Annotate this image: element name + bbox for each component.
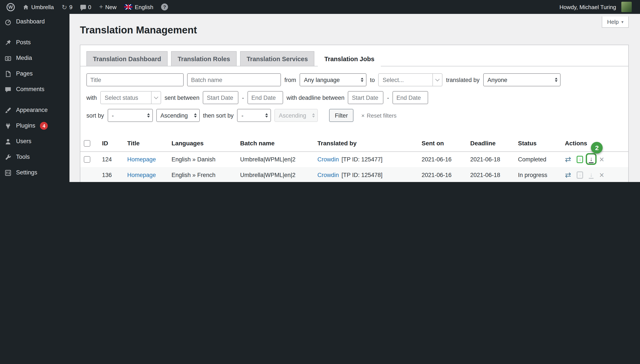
cancel-job-icon[interactable]: ×: [599, 155, 604, 164]
help-button[interactable]: Help ▾: [602, 16, 629, 28]
column-header-sent-on: Sent on: [418, 135, 467, 152]
page-title: Translation Management: [80, 24, 640, 36]
wpml-help-link[interactable]: ?: [157, 0, 172, 14]
updates-count: 9: [69, 4, 72, 10]
job-title-link[interactable]: Homepage: [127, 156, 156, 163]
sort-by-label: sort by: [86, 112, 104, 119]
filter-button[interactable]: Filter: [329, 109, 354, 122]
wordpress-logo-icon: W: [7, 3, 15, 11]
table-header-row: IDTitleLanguagesBatch nameTranslated byS…: [80, 135, 628, 152]
new-content-link[interactable]: + New: [95, 0, 121, 14]
sidebar-item-settings[interactable]: Settings: [0, 165, 70, 180]
sidebar-item-users[interactable]: Users: [0, 134, 70, 149]
question-mark-icon: ?: [161, 4, 168, 10]
sidebar-item-label: Pages: [16, 70, 33, 78]
view-translation-icon[interactable]: ↓: [577, 171, 583, 178]
wordpress-menu[interactable]: W: [3, 0, 19, 14]
row-checkbox[interactable]: [84, 156, 90, 163]
filter-row-3: sort by - Ascending then sort by -: [86, 109, 622, 122]
cancel-job-icon[interactable]: ×: [599, 171, 604, 179]
home-icon: [23, 4, 29, 10]
tools-icon: [4, 153, 12, 162]
select-arrows-icon: [555, 78, 557, 82]
sidebar-item-label: Comments: [16, 86, 45, 93]
deadline-end-date-input[interactable]: [393, 91, 428, 104]
then-sort-by-label: then sort by: [203, 112, 234, 119]
close-icon: ×: [361, 112, 365, 119]
site-name-link[interactable]: Umbrella: [19, 0, 58, 14]
sort-order-select[interactable]: Ascending: [156, 109, 199, 122]
to-language-select[interactable]: Select...: [378, 73, 443, 86]
sidebar-item-plugins[interactable]: Plugins4: [0, 118, 70, 134]
from-language-select[interactable]: Any language: [299, 73, 367, 86]
job-title-link[interactable]: Homepage: [127, 172, 156, 178]
pages-icon: [4, 70, 12, 78]
appearance-icon: [4, 106, 12, 114]
download-xliff-icon[interactable]: ↓: [589, 156, 594, 163]
tab-translation-jobs[interactable]: Translation Jobs: [318, 51, 381, 66]
help-label: Help: [607, 19, 619, 25]
translator-link[interactable]: Crowdin: [317, 156, 339, 163]
language-switcher[interactable]: English: [121, 0, 157, 14]
dash-separator: -: [242, 94, 244, 101]
select-arrows-icon: [265, 113, 268, 118]
from-label: from: [284, 76, 296, 83]
chevron-down-icon: [433, 74, 442, 86]
sidebar-item-label: Dashboard: [16, 18, 45, 26]
sidebar-item-pages[interactable]: Pages: [0, 66, 70, 82]
then-sort-order-select[interactable]: Ascending: [274, 109, 318, 122]
posts-icon: [4, 38, 12, 47]
updates-link[interactable]: ↻ 9: [58, 0, 76, 14]
sidebar-item-media[interactable]: Media: [0, 50, 70, 66]
comments-count: 0: [88, 4, 91, 10]
status-select[interactable]: Select status: [100, 91, 161, 104]
job-batch-name: Umbrella|WPML|en|2: [237, 152, 314, 167]
translated-by-select[interactable]: Anyone: [483, 73, 560, 86]
tab-translation-services[interactable]: Translation Services: [240, 51, 314, 66]
comments-icon: [80, 5, 86, 9]
account-menu[interactable]: Howdy, Michael Turing: [555, 0, 636, 14]
select-value: Ascending: [279, 112, 306, 119]
sent-end-date-input[interactable]: [247, 91, 283, 104]
dash-separator: -: [387, 94, 389, 101]
then-sort-by-select[interactable]: -: [237, 109, 271, 122]
admin-bar-right: Howdy, Michael Turing: [555, 0, 636, 14]
column-header-translated-by: Translated by: [314, 135, 418, 152]
job-deadline: 2021-06-18: [467, 167, 514, 182]
sidebar-item-label: Tools: [16, 153, 30, 161]
select-arrows-icon: [194, 113, 196, 118]
filters: from Any language to Select... translate…: [80, 66, 628, 124]
select-value: -: [241, 112, 243, 119]
view-translation-icon[interactable]: ↓: [577, 156, 583, 163]
select-value: Ascending: [160, 112, 188, 119]
resend-job-icon[interactable]: ⇄: [565, 156, 571, 163]
plus-icon: +: [99, 4, 103, 10]
download-xliff-icon[interactable]: ↓: [589, 171, 594, 178]
sidebar-item-comments[interactable]: Comments: [0, 82, 70, 97]
sidebar-item-dashboard[interactable]: Dashboard: [0, 14, 70, 30]
tab-translation-roles[interactable]: Translation Roles: [171, 51, 237, 66]
sidebar-item-tools[interactable]: Tools: [0, 149, 70, 165]
resend-job-icon[interactable]: ⇄: [565, 171, 571, 178]
title-filter-input[interactable]: [86, 73, 184, 86]
job-id: 136: [99, 167, 124, 182]
comments-link[interactable]: 0: [76, 0, 95, 14]
batch-name-filter-input[interactable]: [187, 73, 281, 86]
sent-start-date-input[interactable]: [203, 91, 239, 104]
deadline-start-date-input[interactable]: [348, 91, 384, 104]
sidebar: DashboardPostsMediaPagesCommentsAppearan…: [0, 14, 70, 182]
sort-by-select[interactable]: -: [108, 109, 153, 122]
tab-translation-dashboard[interactable]: Translation Dashboard: [86, 51, 168, 66]
select-all-checkbox[interactable]: [84, 140, 90, 147]
translator-link[interactable]: Crowdin: [317, 172, 339, 178]
new-label: New: [105, 4, 117, 10]
reset-filters-link[interactable]: × Reset filters: [361, 112, 396, 119]
tabs: Translation DashboardTranslation RolesTr…: [80, 45, 628, 66]
sidebar-item-label: Media: [16, 54, 32, 62]
column-header-batch-name: Batch name: [237, 135, 314, 152]
sidebar-item-posts[interactable]: Posts: [0, 35, 70, 50]
sidebar-item-appearance[interactable]: Appearance: [0, 102, 70, 118]
sidebar-item-label: Settings: [16, 169, 37, 176]
with-label: with: [86, 94, 97, 101]
filter-row-2: with Select status sent between - with d…: [86, 91, 622, 104]
